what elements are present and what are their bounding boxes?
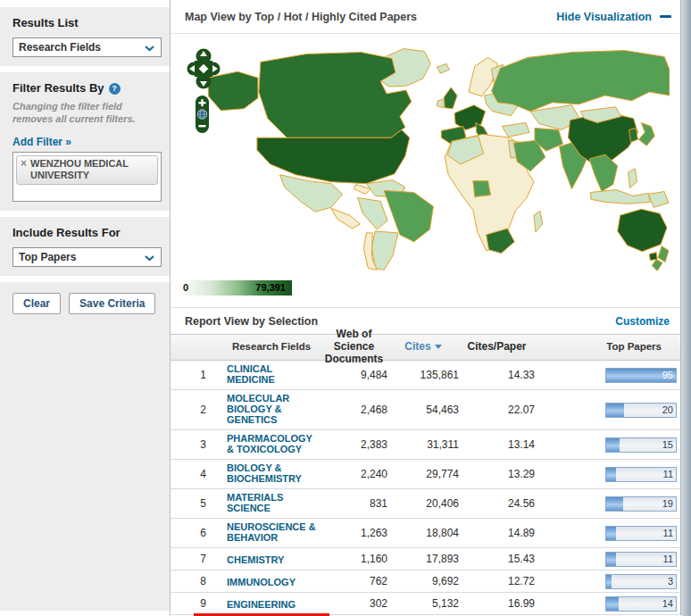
- esi-app-window: Results List Research Fields Filter Resu…: [0, 0, 691, 616]
- include-results-dropdown[interactable]: Top Papers: [12, 247, 162, 267]
- help-icon[interactable]: ?: [109, 83, 121, 95]
- row-cites: 20,406: [387, 497, 459, 510]
- map-pan-control[interactable]: [187, 48, 221, 91]
- zoom-out-icon: [199, 125, 206, 127]
- results-list-dropdown[interactable]: Research Fields: [12, 37, 162, 57]
- row-cites-per-paper: 13.29: [459, 468, 535, 480]
- table-row: 2 MOLECULAR BIOLOGY & GENETICS 2,468 54,…: [171, 390, 681, 430]
- top-papers-bar-fill: [606, 597, 619, 611]
- field-name-link[interactable]: MATERIALS SCIENCE: [227, 492, 316, 513]
- hide-visualization-link[interactable]: Hide Visualization: [556, 11, 671, 23]
- top-papers-bar: 19: [605, 496, 677, 512]
- row-rank: 7: [171, 553, 215, 565]
- top-papers-value: 20: [662, 404, 673, 415]
- country-nigeria: [473, 181, 491, 197]
- map-color-scale: 0 79,391: [179, 280, 292, 296]
- top-papers-value: 11: [663, 528, 673, 538]
- field-name-link[interactable]: ENGINEERING: [227, 599, 296, 610]
- report-table-body: 1 CLINICAL MEDICINE 9,484 135,861 14.33 …: [171, 361, 681, 616]
- filter-tag[interactable]: × WENZHOU MEDICAL UNIVERSITY: [16, 155, 158, 185]
- add-filter-link[interactable]: Add Filter »: [12, 136, 71, 148]
- top-papers-bar: 11: [605, 552, 677, 567]
- world-map[interactable]: [183, 41, 670, 275]
- country-argentina: [371, 231, 398, 270]
- remove-filter-icon[interactable]: ×: [21, 158, 27, 181]
- table-row: 8 IMMUNOLOGY 762 9,692 12.72 3: [171, 570, 681, 593]
- row-cites-per-paper: 14.33: [459, 369, 535, 381]
- top-papers-bar-fill: [606, 438, 620, 452]
- row-docs: 1,160: [321, 553, 387, 565]
- row-cites-per-paper: 22.07: [459, 404, 535, 416]
- map-area: 0 79,391: [171, 34, 680, 307]
- field-name-link[interactable]: CLINICAL MEDICINE: [227, 363, 316, 385]
- country-new-zealand-north: [658, 246, 669, 262]
- top-papers-value: 3: [668, 576, 673, 587]
- table-row: 1 CLINICAL MEDICINE 9,484 135,861 14.33 …: [171, 361, 681, 390]
- header-top-papers[interactable]: Top Papers: [535, 341, 681, 353]
- row-cites: 9,692: [387, 575, 459, 587]
- row-rank: 9: [171, 597, 215, 610]
- customize-link[interactable]: Customize: [615, 315, 670, 328]
- map-panel-title: Map View by Top / Hot / Highly Cited Pap…: [185, 11, 417, 23]
- row-docs: 2,240: [321, 468, 387, 480]
- save-criteria-button[interactable]: Save Criteria: [69, 293, 155, 314]
- row-cites: 18,804: [387, 527, 459, 539]
- top-papers-value: 14: [662, 598, 673, 609]
- field-name-link[interactable]: BIOLOGY & BIOCHEMISTRY: [227, 462, 316, 484]
- results-list-section: Results List Research Fields: [0, 7, 170, 66]
- row-cites: 5,132: [387, 597, 459, 610]
- active-filters-box: × WENZHOU MEDICAL UNIVERSITY: [12, 152, 162, 202]
- row-docs: 2,383: [321, 438, 387, 451]
- region-central-america: [331, 208, 361, 229]
- filter-tag-label: WENZHOU MEDICAL UNIVERSITY: [30, 158, 153, 181]
- field-name-link[interactable]: NEUROSCIENCE & BEHAVIOR: [227, 521, 316, 543]
- top-papers-bar-fill: [606, 553, 616, 566]
- include-results-title: Include Results For: [12, 226, 157, 239]
- sort-desc-icon: [435, 345, 442, 349]
- filter-note: Changing the filter field removes all cu…: [12, 100, 157, 126]
- row-cites-per-paper: 15.43: [459, 553, 535, 565]
- row-cites: 17,893: [387, 553, 459, 565]
- map-zoom-control[interactable]: [195, 95, 210, 134]
- field-name-link[interactable]: IMMUNOLOGY: [227, 577, 296, 587]
- header-cites-sorted[interactable]: Cites: [387, 341, 459, 354]
- country-new-zealand-south: [652, 260, 662, 271]
- row-cites-per-paper: 14.89: [459, 527, 535, 539]
- vertical-scrollbar[interactable]: [680, 0, 691, 616]
- country-canada: [259, 53, 412, 138]
- table-row: 4 BIOLOGY & BIOCHEMISTRY 2,240 29,774 13…: [171, 460, 681, 489]
- sidebar-actions-section: Clear Save Criteria: [0, 282, 170, 611]
- report-title: Report View by Selection: [185, 315, 318, 328]
- row-docs: 2,468: [321, 404, 387, 416]
- field-name-link[interactable]: CHEMISTRY: [227, 554, 284, 565]
- report-table-header: Research Fields Web of Science Documents…: [171, 334, 681, 361]
- filter-section: Filter Results By? Changing the filter f…: [0, 72, 170, 211]
- header-research-fields[interactable]: Research Fields: [215, 341, 321, 353]
- country-japan: [638, 123, 654, 146]
- top-papers-bar: 14: [605, 596, 677, 612]
- top-papers-bar-fill: [606, 404, 624, 417]
- table-row: 7 CHEMISTRY 1,160 17,893 15.43 11: [171, 548, 681, 570]
- sidebar: Results List Research Fields Filter Resu…: [0, 0, 170, 616]
- table-row: 6 NEUROSCIENCE & BEHAVIOR 1,263 18,804 1…: [171, 519, 681, 548]
- country-iceland: [437, 63, 449, 73]
- row-rank: 4: [171, 468, 215, 480]
- clear-button[interactable]: Clear: [12, 293, 61, 314]
- row-docs: 831: [321, 497, 387, 510]
- field-name-link[interactable]: MOLECULAR BIOLOGY & GENETICS: [227, 393, 316, 425]
- map-panel-header: Map View by Top / Hot / Highly Cited Pap…: [171, 0, 680, 34]
- row-cites: 54,463: [387, 404, 459, 416]
- header-wos-documents[interactable]: Web of Science Documents: [321, 329, 387, 365]
- scale-min-label: 0: [183, 282, 188, 293]
- chevron-down-icon: [144, 249, 155, 265]
- chevron-down-icon: [144, 39, 155, 55]
- country-ireland: [437, 99, 444, 108]
- country-madagascar: [534, 211, 543, 232]
- row-cites: 135,861: [387, 369, 459, 381]
- top-papers-value: 11: [663, 469, 673, 479]
- country-indonesia: [590, 190, 650, 204]
- header-cites-per-paper[interactable]: Cites/Paper: [459, 341, 535, 354]
- row-cites-per-paper: 12.72: [459, 575, 535, 587]
- row-docs: 9,484: [321, 369, 387, 381]
- field-name-link[interactable]: PHARMACOLOGY & TOXICOLOGY: [227, 433, 316, 454]
